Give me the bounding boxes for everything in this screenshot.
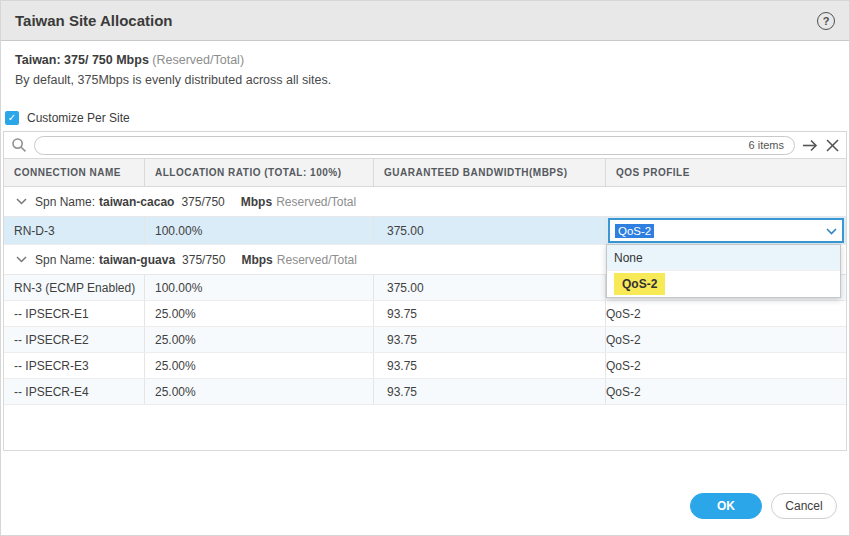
table-header-row: CONNECTION NAME ALLOCATION RATIO (TOTAL:… [4, 159, 846, 187]
qos-profile-cell[interactable]: QoS-2 NoneQoS-2 [606, 217, 846, 244]
dialog-footer: OK Cancel [1, 493, 849, 519]
qos-dropdown-option[interactable]: None [607, 245, 840, 271]
guaranteed-bandwidth-cell: 375.00 [374, 217, 606, 244]
connection-name-cell: RN-D-3 [4, 217, 145, 244]
col-header-connection-name: CONNECTION NAME [4, 159, 145, 186]
guaranteed-bandwidth-cell: 93.75 [374, 327, 606, 352]
spn-reserved-total: 375/750 [182, 253, 225, 267]
table-empty-space [4, 405, 846, 450]
spn-note: Reserved/Total [277, 253, 357, 267]
checkbox-checked-icon[interactable]: ✓ [5, 111, 19, 125]
connection-name-cell: RN-3 (ECMP Enabled) [4, 275, 145, 300]
help-icon[interactable]: ? [817, 12, 835, 30]
table-row[interactable]: RN-D-3 100.00% 375.00 QoS-2 NoneQoS-2 [4, 217, 846, 245]
dialog-titlebar: Taiwan Site Allocation ? [1, 1, 849, 41]
connection-name-cell: -- IPSECR-E2 [4, 327, 145, 352]
search-input[interactable]: 6 items [34, 136, 795, 155]
spn-note: Reserved/Total [276, 195, 356, 209]
qos-dropdown-menu: NoneQoS-2 [606, 244, 841, 298]
qos-profile-cell[interactable]: QoS-2 [606, 301, 846, 326]
spn-name: taiwan-guava [99, 253, 175, 267]
allocation-ratio-cell[interactable]: 25.00% [145, 353, 374, 378]
connection-name-cell: -- IPSECR-E3 [4, 353, 145, 378]
allocation-ratio-cell[interactable]: 100.00% [145, 217, 374, 244]
allocation-ratio-cell[interactable]: 100.00% [145, 275, 374, 300]
table-body: Spn Name: taiwan-cacao 375/750 Mbps Rese… [4, 187, 846, 405]
qos-profile-cell[interactable]: QoS-2 [606, 379, 846, 404]
ok-button[interactable]: OK [690, 493, 762, 519]
qos-profile-cell[interactable]: QoS-2 [606, 353, 846, 378]
table-row[interactable]: -- IPSECR-E4 25.00% 93.75 QoS-2 [4, 379, 846, 405]
cancel-button[interactable]: Cancel [771, 493, 837, 519]
spn-unit: Mbps [241, 195, 272, 209]
taiwan-site-allocation-dialog: Taiwan Site Allocation ? Taiwan: 375/ 75… [0, 0, 850, 536]
qos-profile-cell[interactable]: QoS-2 [606, 327, 846, 352]
customize-per-site-toggle[interactable]: ✓ Customize Per Site [5, 111, 849, 125]
qos-option-highlighted-label: QoS-2 [614, 273, 665, 295]
col-header-allocation-ratio: ALLOCATION RATIO (TOTAL: 100%) [145, 159, 374, 186]
qos-dropdown-option[interactable]: QoS-2 [607, 271, 840, 297]
col-header-guaranteed-bandwidth: GUARANTEED BANDWIDTH(MBPS) [374, 159, 606, 186]
chevron-down-icon[interactable] [16, 256, 27, 263]
col-header-qos-profile: QOS PROFILE [606, 159, 846, 186]
allocation-ratio-cell[interactable]: 25.00% [145, 379, 374, 404]
allocation-summary: Taiwan: 375/ 750 Mbps (Reserved/Total) B… [1, 41, 849, 87]
allocation-ratio-cell[interactable]: 25.00% [145, 327, 374, 352]
connection-name-cell: -- IPSECR-E1 [4, 301, 145, 326]
grid-toolbar: 6 items [3, 131, 847, 158]
spn-name-prefix: Spn Name: [35, 253, 95, 267]
allocation-table: CONNECTION NAME ALLOCATION RATIO (TOTAL:… [3, 158, 847, 451]
distribution-description: By default, 375Mbps is evenly distribute… [15, 73, 835, 87]
export-arrow-icon[interactable] [802, 139, 819, 152]
chevron-down-icon[interactable] [16, 198, 27, 205]
connection-name-cell: -- IPSECR-E4 [4, 379, 145, 404]
dialog-title: Taiwan Site Allocation [15, 12, 817, 29]
guaranteed-bandwidth-cell: 93.75 [374, 379, 606, 404]
close-icon[interactable] [826, 139, 839, 152]
guaranteed-bandwidth-cell: 375.00 [374, 275, 606, 300]
table-row[interactable]: -- IPSECR-E1 25.00% 93.75 QoS-2 [4, 301, 846, 327]
guaranteed-bandwidth-cell: 93.75 [374, 353, 606, 378]
spn-name: taiwan-cacao [99, 195, 174, 209]
table-row[interactable]: -- IPSECR-E2 25.00% 93.75 QoS-2 [4, 327, 846, 353]
items-count-badge: 6 items [749, 139, 784, 151]
allocation-grid: 6 items CONNECTION NAME ALLOCATION RATIO… [3, 131, 847, 451]
customize-per-site-label: Customize Per Site [27, 111, 130, 125]
qos-profile-select[interactable]: QoS-2 [608, 218, 844, 243]
search-icon [11, 137, 27, 153]
allocation-ratio-cell[interactable]: 25.00% [145, 301, 374, 326]
reserved-total-note: (Reserved/Total) [152, 53, 244, 67]
chevron-down-icon [826, 224, 837, 238]
guaranteed-bandwidth-cell: 93.75 [374, 301, 606, 326]
spn-unit: Mbps [241, 253, 272, 267]
spn-reserved-total: 375/750 [181, 195, 224, 209]
spn-group-row: Spn Name: taiwan-cacao 375/750 Mbps Rese… [4, 187, 846, 217]
reserved-total-line: Taiwan: 375/ 750 Mbps (Reserved/Total) [15, 53, 835, 67]
spn-name-prefix: Spn Name: [35, 195, 95, 209]
reserved-total-value: Taiwan: 375/ 750 Mbps [15, 53, 149, 67]
table-row[interactable]: -- IPSECR-E3 25.00% 93.75 QoS-2 [4, 353, 846, 379]
qos-selected-value: QoS-2 [615, 224, 654, 238]
